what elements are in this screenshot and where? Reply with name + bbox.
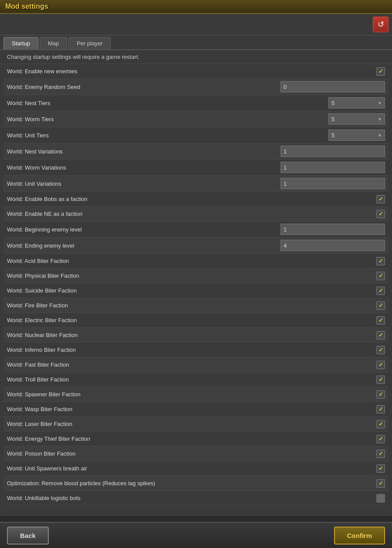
setting-control <box>376 67 385 76</box>
setting-control <box>376 346 385 354</box>
setting-control <box>376 361 385 369</box>
checkbox[interactable] <box>376 420 385 429</box>
checkbox[interactable] <box>376 405 385 414</box>
setting-control <box>280 162 385 173</box>
checkbox[interactable] <box>376 272 385 280</box>
table-row: World: Inferno Biter Faction <box>3 343 389 357</box>
setting-label: World: Nuclear Biter Faction <box>7 332 376 338</box>
settings-container: World: Enable new enemiesWorld: Enemy Ra… <box>0 64 392 516</box>
setting-label: World: Nest Tiers <box>7 100 328 106</box>
table-row: World: Ending enemy level <box>3 238 389 254</box>
table-row: Optimization: Remove blood particles (Re… <box>3 476 389 491</box>
table-row: World: Enable new enemies <box>3 64 389 79</box>
checkbox[interactable] <box>376 361 385 369</box>
confirm-button[interactable]: Confirm <box>334 527 385 545</box>
setting-label: World: Laser Biter Faction <box>7 421 376 427</box>
bottom-bar: Back Confirm <box>0 522 392 548</box>
table-row: World: Electric Biter Faction <box>3 313 389 328</box>
setting-control <box>376 420 385 429</box>
checkbox[interactable] <box>376 331 385 340</box>
setting-label: World: Poison Biter Faction <box>7 450 376 457</box>
table-row: World: Enemy Random Seed <box>3 79 389 95</box>
setting-label: World: Electric Biter Faction <box>7 317 376 323</box>
tab-startup[interactable]: Startup <box>3 37 38 49</box>
checkbox[interactable] <box>376 316 385 325</box>
dropdown[interactable]: 5▼ <box>328 129 385 141</box>
setting-label: World: Fast Biter Faction <box>7 361 376 368</box>
tab-bar: Startup Map Per player <box>0 35 392 50</box>
table-row: World: Energy Thief Biter Faction <box>3 432 389 446</box>
checkbox[interactable] <box>376 195 385 204</box>
table-row: World: Nest Variations <box>3 143 389 160</box>
table-row: World: Unit Variations <box>3 176 389 192</box>
setting-label: World: Enable new enemies <box>7 68 376 75</box>
checkbox[interactable] <box>376 346 385 354</box>
checkbox[interactable] <box>376 257 385 265</box>
checkbox[interactable] <box>376 390 385 399</box>
checkbox[interactable] <box>376 210 385 218</box>
table-row: World: Unkillable logistic bots <box>3 491 389 506</box>
setting-control <box>376 405 385 414</box>
setting-label: World: Physical Biter Faction <box>7 272 376 279</box>
checkbox[interactable] <box>376 301 385 310</box>
setting-control <box>376 210 385 218</box>
tab-map[interactable]: Map <box>40 37 67 49</box>
setting-control <box>376 286 385 295</box>
table-row: World: Fast Biter Faction <box>3 357 389 372</box>
checkbox[interactable] <box>376 286 385 295</box>
dropdown-value: 5 <box>331 132 335 139</box>
window-title: Mod settings <box>5 3 48 10</box>
checkbox[interactable] <box>376 435 385 443</box>
checkbox[interactable] <box>376 494 385 503</box>
setting-label: World: Ending enemy level <box>7 242 280 249</box>
table-row: World: Worm Tiers5▼ <box>3 111 389 127</box>
text-input[interactable] <box>280 81 385 92</box>
table-row: World: Troll Biter Faction <box>3 372 389 387</box>
setting-control: 5▼ <box>328 129 385 141</box>
search-area: ↺ <box>0 14 392 35</box>
setting-control <box>376 479 385 488</box>
setting-label: World: Unit Tiers <box>7 132 328 139</box>
dropdown[interactable]: 5▼ <box>328 113 385 125</box>
table-row: World: Fire Biter Faction <box>3 298 389 313</box>
setting-control <box>280 81 385 92</box>
checkbox[interactable] <box>376 375 385 384</box>
text-input[interactable] <box>280 178 385 189</box>
setting-label: World: Acid Biter Faction <box>7 258 376 264</box>
setting-control <box>280 178 385 189</box>
setting-control <box>376 449 385 458</box>
dropdown-value: 5 <box>331 100 335 106</box>
text-input[interactable] <box>280 240 385 251</box>
setting-control <box>376 272 385 280</box>
text-input[interactable] <box>280 162 385 173</box>
setting-label: World: Energy Thief Biter Faction <box>7 436 376 442</box>
chevron-down-icon: ▼ <box>378 117 382 122</box>
checkbox[interactable] <box>376 464 385 473</box>
setting-control <box>376 464 385 473</box>
chevron-down-icon: ▼ <box>378 101 382 106</box>
setting-control <box>376 331 385 340</box>
setting-label: World: Suicide Biter Faction <box>7 287 376 294</box>
setting-label: World: Spawner Biter Faction <box>7 391 376 398</box>
reset-button[interactable]: ↺ <box>373 17 389 32</box>
setting-control <box>376 301 385 310</box>
text-input[interactable] <box>280 224 385 235</box>
dropdown[interactable]: 5▼ <box>328 97 385 109</box>
setting-control <box>376 435 385 443</box>
setting-control <box>376 375 385 384</box>
text-input[interactable] <box>280 146 385 157</box>
title-bar: Mod settings <box>0 0 392 14</box>
checkbox[interactable] <box>376 479 385 488</box>
checkbox[interactable] <box>376 67 385 76</box>
setting-label: World: Wasp Biter Faction <box>7 406 376 412</box>
setting-label: World: Enable Bobs as a faction <box>7 196 376 202</box>
table-row: World: Acid Biter Faction <box>3 254 389 269</box>
setting-label: World: Beginning enemy level <box>7 226 280 233</box>
table-row: World: Poison Biter Faction <box>3 446 389 461</box>
setting-label: Optimization: Remove blood particles (Re… <box>7 480 376 487</box>
back-button[interactable]: Back <box>7 527 49 545</box>
setting-control <box>376 390 385 399</box>
setting-label: World: Unit Variations <box>7 180 280 187</box>
checkbox[interactable] <box>376 449 385 458</box>
tab-per-player[interactable]: Per player <box>68 37 111 49</box>
